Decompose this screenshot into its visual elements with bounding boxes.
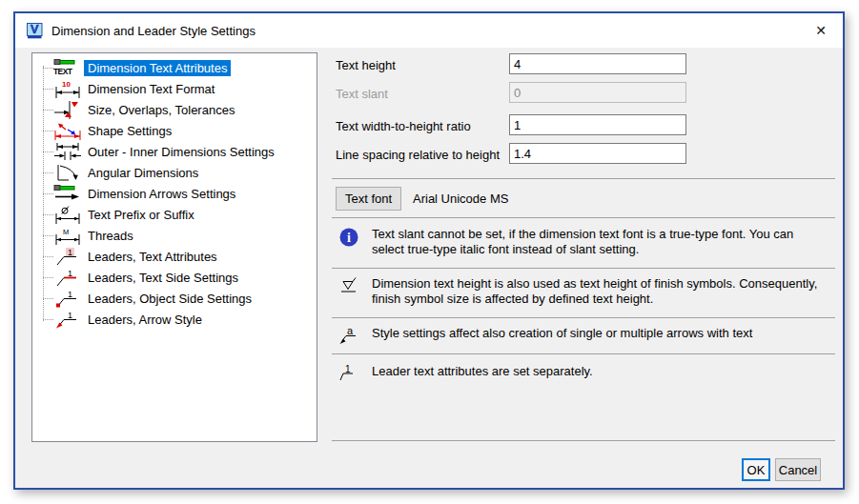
note-row: aStyle settings affect also creation of …	[338, 326, 835, 351]
tree-item-leaders-text-attributes[interactable]: 1Leaders, Text Attributes	[32, 246, 317, 267]
svg-text:1: 1	[68, 311, 72, 320]
text-slant-input	[509, 82, 686, 103]
separator	[332, 268, 835, 269]
tree-connector	[43, 89, 53, 90]
tree-item-shape-settings[interactable]: Shape Settings	[32, 120, 317, 141]
tree-item-angular-dimensions[interactable]: Angular Dimensions	[32, 162, 317, 183]
separator	[332, 353, 835, 354]
tree-item-label: Shape Settings	[84, 123, 175, 139]
tree-item-size-overlaps-tolerances[interactable]: Size, Overlaps, Tolerances	[32, 99, 317, 120]
leader-text-attributes-icon: 1	[53, 247, 82, 266]
tree-connector	[43, 193, 53, 194]
settings-tree-panel[interactable]: TEXTDimension Text Attributes10Dimension…	[31, 52, 317, 442]
tree-connector	[43, 235, 53, 236]
note-row: 1Leader text attributes are set separate…	[338, 364, 835, 389]
field-label: Line spacing relative to height	[336, 145, 500, 165]
tree-item-text-prefix-or-suffix[interactable]: Text Prefix or Suffix	[32, 204, 317, 225]
tree-item-outer-inner-dimensions-settings[interactable]: Outer - Inner Dimensions Settings	[32, 141, 317, 162]
tree-item-label: Leaders, Text Attributes	[84, 249, 221, 265]
text-font-button[interactable]: Text font	[336, 187, 401, 211]
size-overlaps-icon	[53, 100, 82, 119]
angular-dimensions-icon	[53, 163, 82, 182]
tree-connector	[43, 277, 53, 278]
leader-arrow-style-icon: 1	[53, 310, 82, 329]
tree-connector	[43, 131, 53, 131]
tree-item-leaders-object-side-settings[interactable]: 1Leaders, Object Side Settings	[32, 288, 317, 309]
shape-settings-icon	[53, 121, 82, 140]
separator	[332, 317, 835, 318]
title-bar: Dimension and Leader Style Settings ✕	[15, 13, 843, 48]
window-title: Dimension and Leader Style Settings	[51, 24, 256, 38]
svg-text:1: 1	[345, 364, 351, 374]
dialog-window: Dimension and Leader Style Settings ✕ TE…	[13, 11, 845, 490]
close-icon: ✕	[815, 23, 827, 38]
threads-icon: M	[53, 226, 82, 245]
svg-text:10: 10	[62, 80, 71, 89]
tree-connector	[43, 68, 53, 69]
tree-item-label: Dimension Text Format	[84, 81, 218, 97]
tree-connector	[43, 172, 53, 173]
field-row-text-height: Text height	[336, 55, 835, 76]
dimension-arrows-icon	[53, 184, 82, 203]
separator	[332, 217, 835, 218]
text-format-icon: 10	[53, 79, 82, 98]
line-spacing-relative-to-height-input[interactable]	[509, 143, 686, 164]
tree-item-label: Leaders, Text Side Settings	[84, 270, 242, 286]
field-label: Text width-to-height ratio	[336, 116, 471, 136]
tree-item-label: Outer - Inner Dimensions Settings	[84, 144, 278, 160]
tree-item-threads[interactable]: MThreads	[32, 225, 317, 246]
info-icon: i	[338, 227, 361, 252]
svg-text:1: 1	[68, 290, 72, 299]
note-row: Dimension text height is also used as te…	[338, 276, 835, 307]
tree-item-label: Angular Dimensions	[84, 165, 202, 181]
text-prefix-suffix-icon	[53, 205, 82, 224]
leader-text-side-icon: 1	[53, 268, 82, 287]
field-row-text-width-to-height-ratio: Text width-to-height ratio	[336, 116, 835, 137]
tree-item-dimension-text-attributes[interactable]: TEXTDimension Text Attributes	[32, 57, 317, 78]
outer-inner-icon	[53, 142, 82, 161]
cancel-button[interactable]: Cancel	[775, 458, 821, 481]
tree-item-label: Leaders, Object Side Settings	[84, 291, 256, 307]
svg-text:i: i	[347, 231, 351, 245]
separator	[332, 440, 835, 441]
note-text: Leader text attributes are set separatel…	[372, 364, 835, 379]
tree-connector	[43, 110, 53, 111]
leader-object-side-icon: 1	[53, 289, 82, 308]
text-attributes-icon: TEXT	[53, 58, 82, 77]
tree-item-dimension-arrows-settings[interactable]: Dimension Arrows Settings	[32, 183, 317, 204]
tree-connector	[43, 319, 53, 320]
field-label: Text slant	[336, 84, 388, 104]
separator	[332, 178, 835, 179]
tree-item-label: Leaders, Arrow Style	[84, 312, 206, 328]
tree-item-label: Dimension Arrows Settings	[84, 186, 239, 202]
ok-button[interactable]: OK	[742, 458, 770, 481]
text-width-to-height-ratio-input[interactable]	[509, 114, 686, 135]
tree-item-label: Dimension Text Attributes	[84, 60, 231, 76]
note-text: Style settings affect also creation of s…	[372, 326, 835, 341]
tree-connector	[43, 256, 53, 257]
tree-item-leaders-text-side-settings[interactable]: 1Leaders, Text Side Settings	[32, 267, 317, 288]
tree-connector	[43, 214, 53, 215]
note-row: iText slant cannot be set, if the dimens…	[338, 227, 835, 257]
tree-item-label: Text Prefix or Suffix	[84, 207, 198, 223]
note-text: Dimension text height is also used as te…	[372, 276, 835, 307]
arrow-with-text-icon: a	[338, 326, 361, 351]
text-height-input[interactable]	[509, 53, 686, 74]
finish-symbol-icon	[338, 276, 361, 301]
svg-text:TEXT: TEXT	[53, 67, 73, 76]
tree-connector	[43, 298, 53, 299]
svg-text:a: a	[347, 326, 354, 336]
tree-item-leaders-arrow-style[interactable]: 1Leaders, Arrow Style	[32, 309, 317, 330]
tree-item-dimension-text-format[interactable]: 10Dimension Text Format	[32, 78, 317, 99]
svg-text:1: 1	[68, 248, 72, 257]
tree-item-label: Threads	[84, 228, 137, 244]
close-button[interactable]: ✕	[810, 20, 831, 41]
field-row-line-spacing-relative-to-height: Line spacing relative to height	[336, 145, 835, 166]
tree-item-label: Size, Overlaps, Tolerances	[84, 102, 238, 118]
leader-note-icon: 1	[338, 364, 361, 389]
field-row-text-slant: Text slant	[336, 84, 835, 105]
selected-font-name: Arial Unicode MS	[413, 187, 508, 211]
note-text: Text slant cannot be set, if the dimensi…	[372, 227, 835, 257]
app-icon	[27, 23, 43, 39]
svg-text:M: M	[63, 228, 69, 236]
